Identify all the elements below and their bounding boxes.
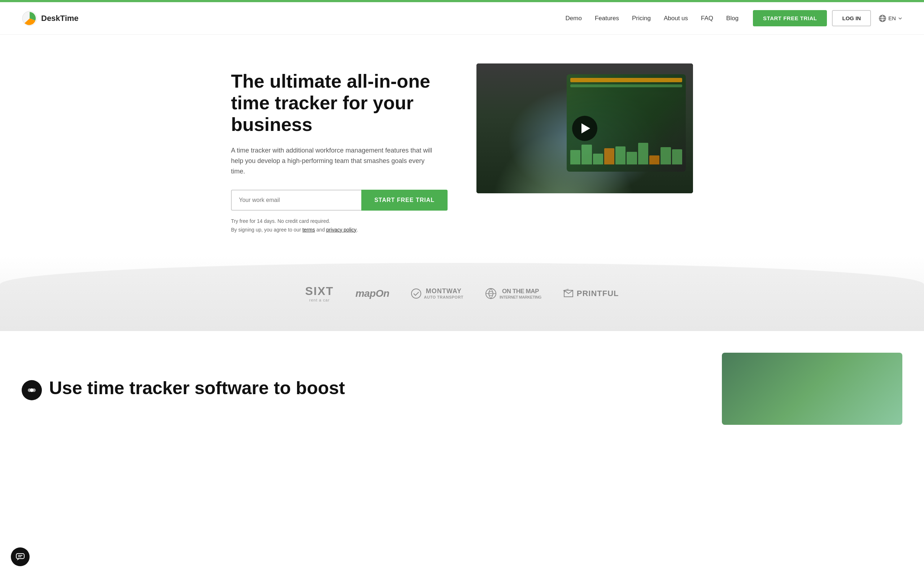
language-selector[interactable]: EN bbox=[879, 15, 902, 22]
privacy-link[interactable]: privacy policy bbox=[326, 227, 357, 233]
svg-point-6 bbox=[412, 289, 421, 298]
logo-icon bbox=[22, 10, 37, 26]
nav-faq[interactable]: FAQ bbox=[701, 15, 713, 22]
partners-section: SIXT rent a car mapOn MONTWAY bbox=[0, 263, 924, 331]
main-nav: DeskTime Demo Features Pricing About us … bbox=[0, 2, 924, 35]
email-form: START FREE TRIAL bbox=[231, 190, 447, 211]
partners-wrapper: SIXT rent a car mapOn MONTWAY bbox=[0, 256, 924, 331]
nav-features[interactable]: Features bbox=[595, 15, 619, 22]
sixt-logo: SIXT rent a car bbox=[305, 285, 334, 302]
nav-blog[interactable]: Blog bbox=[726, 15, 738, 22]
partner-sixt: SIXT rent a car bbox=[305, 285, 334, 302]
language-label: EN bbox=[888, 15, 896, 21]
video-thumbnail bbox=[477, 63, 693, 193]
section-chat-icon bbox=[22, 380, 42, 400]
play-icon bbox=[582, 123, 590, 134]
printful-icon bbox=[563, 288, 574, 299]
globe-icon bbox=[879, 15, 886, 22]
terms-link[interactable]: terms bbox=[302, 227, 315, 233]
montway-icon bbox=[411, 288, 421, 298]
partners-logos: SIXT rent a car mapOn MONTWAY bbox=[22, 285, 902, 302]
partner-mapon: mapOn bbox=[355, 288, 389, 299]
partner-printful: PRINTFUL bbox=[563, 288, 619, 299]
video-play-button[interactable] bbox=[572, 116, 597, 141]
email-input[interactable] bbox=[231, 190, 361, 211]
bottom-teaser-content: Use time tracker software to boost bbox=[22, 377, 700, 400]
nav-demo[interactable]: Demo bbox=[565, 15, 582, 22]
svg-point-11 bbox=[28, 388, 31, 392]
hero-start-trial-button[interactable]: START FREE TRIAL bbox=[361, 190, 447, 211]
fine-print: Try free for 14 days. No credit card req… bbox=[231, 217, 447, 234]
screen-bars bbox=[570, 143, 682, 164]
chevron-down-icon bbox=[898, 16, 902, 21]
hero-subtitle: A time tracker with additional workforce… bbox=[231, 145, 440, 176]
onthemap-icon bbox=[485, 288, 497, 299]
nav-start-trial-button[interactable]: START FREE TRIAL bbox=[753, 10, 827, 26]
signup-text: By signing up, you agree to our terms an… bbox=[231, 226, 447, 234]
nav-cta: START FREE TRIAL LOG IN EN bbox=[753, 10, 902, 26]
nav-pricing[interactable]: Pricing bbox=[632, 15, 651, 22]
nav-about[interactable]: About us bbox=[664, 15, 688, 22]
bottom-teaser-title: Use time tracker software to boost bbox=[49, 377, 345, 399]
hero-section: The ultimate all-in-one time tracker for… bbox=[0, 35, 924, 256]
bottom-teaser-section: Use time tracker software to boost bbox=[0, 331, 924, 439]
trial-text: Try free for 14 days. No credit card req… bbox=[231, 217, 447, 226]
nav-links: Demo Features Pricing About us FAQ Blog bbox=[565, 15, 739, 22]
svg-point-12 bbox=[32, 388, 36, 392]
bottom-teaser-image bbox=[722, 353, 902, 425]
logo-link[interactable]: DeskTime bbox=[22, 10, 79, 26]
logo-text: DeskTime bbox=[41, 14, 79, 23]
hero-title: The ultimate all-in-one time tracker for… bbox=[231, 71, 447, 135]
chat-icon bbox=[27, 385, 37, 395]
partner-montway: MONTWAY AUTO TRANSPORT bbox=[411, 287, 464, 299]
hero-content: The ultimate all-in-one time tracker for… bbox=[231, 63, 447, 234]
hero-video[interactable] bbox=[477, 63, 693, 193]
nav-login-button[interactable]: LOG IN bbox=[832, 10, 871, 26]
partner-onthemap: ON THE MAP INTERNET MARKETING bbox=[485, 288, 541, 299]
